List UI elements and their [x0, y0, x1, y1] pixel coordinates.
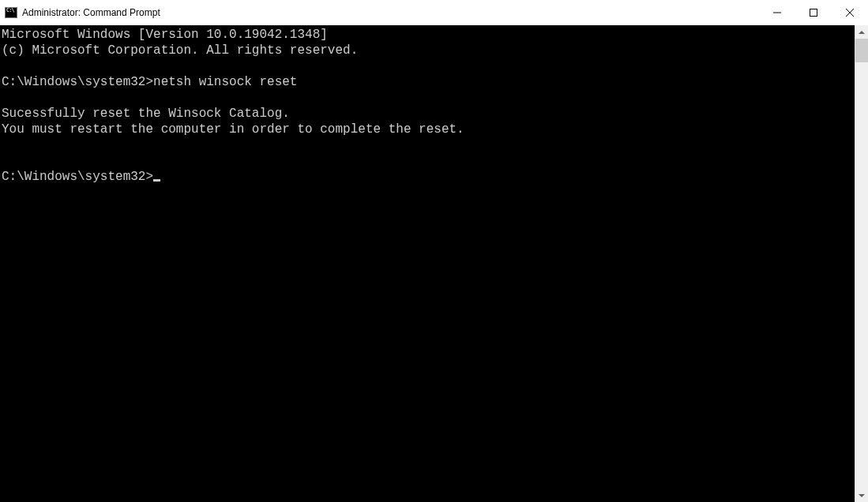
terminal-output[interactable]: Microsoft Windows [Version 10.0.19042.13…: [0, 25, 855, 502]
scroll-up-button[interactable]: [855, 25, 868, 39]
maximize-icon: [810, 9, 817, 17]
chevron-up-icon: [859, 31, 865, 34]
content-area: Microsoft Windows [Version 10.0.19042.13…: [0, 25, 868, 502]
terminal-prompt: C:\Windows\system32>: [2, 75, 153, 89]
close-button[interactable]: [832, 0, 868, 25]
window-title: Administrator: Command Prompt: [22, 7, 160, 18]
maximize-button[interactable]: [795, 0, 832, 25]
cursor-icon: [153, 179, 160, 182]
close-icon: [846, 9, 854, 17]
terminal-prompt: C:\Windows\system32>: [2, 170, 153, 184]
terminal-line: Microsoft Windows [Version 10.0.19042.13…: [2, 28, 328, 42]
cmd-icon: [5, 6, 17, 19]
terminal-line: (c) Microsoft Corporation. All rights re…: [2, 43, 358, 58]
scroll-track[interactable]: [855, 39, 868, 489]
minimize-icon: [773, 9, 781, 17]
window-controls: [759, 0, 868, 25]
minimize-button[interactable]: [759, 0, 795, 25]
svg-rect-0: [810, 9, 817, 17]
terminal-command: netsh winsock reset: [153, 75, 297, 89]
chevron-down-icon: [859, 494, 865, 497]
scroll-down-button[interactable]: [855, 489, 868, 502]
terminal-line: Sucessfully reset the Winsock Catalog.: [2, 107, 290, 121]
scroll-thumb[interactable]: [855, 39, 868, 62]
vertical-scrollbar[interactable]: [855, 25, 868, 502]
terminal-line: You must restart the computer in order t…: [2, 122, 464, 137]
window-titlebar: Administrator: Command Prompt: [0, 0, 868, 25]
